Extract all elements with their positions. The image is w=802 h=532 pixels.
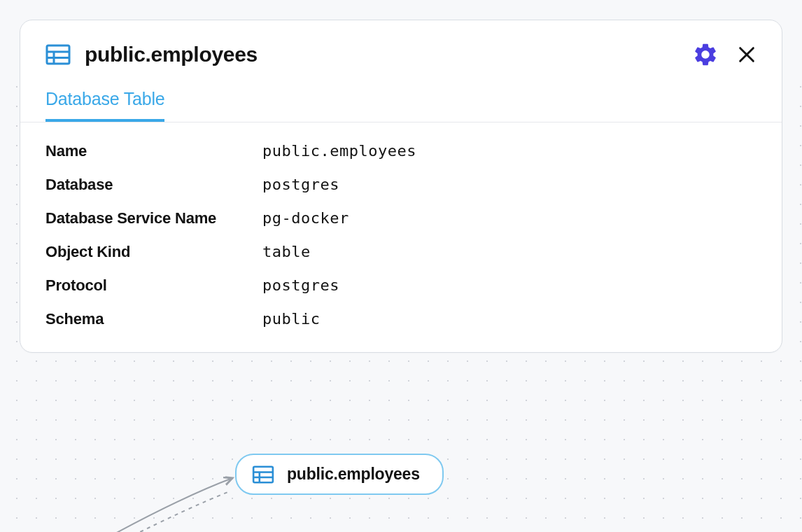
property-row: Object Kind table [45,243,757,261]
table-icon [45,44,71,65]
property-value: public.employees [262,142,416,160]
details-panel: public.employees Database Table Name pub… [20,20,782,353]
property-label: Database Service Name [45,209,262,227]
property-label: Name [45,142,262,160]
graph-node-table[interactable]: public.employees [235,454,444,495]
property-row: Protocol postgres [45,276,757,295]
connector-arrows [84,455,245,532]
property-label: Schema [45,310,262,328]
panel-title: public.employees [85,43,692,66]
svg-rect-0 [253,466,273,482]
property-row: Database postgres [45,176,757,194]
property-row: Name public.employees [45,142,757,160]
property-row: Database Service Name pg-docker [45,209,757,227]
property-label: Object Kind [45,243,262,261]
property-value: public [262,310,320,328]
settings-button[interactable] [692,41,719,68]
property-label: Protocol [45,276,262,295]
gear-icon [692,41,719,68]
tab-database-table[interactable]: Database Table [45,89,164,122]
table-icon [252,465,274,484]
graph-node-label: public.employees [287,465,420,484]
close-button[interactable] [737,45,757,64]
panel-header: public.employees [20,20,782,76]
panel-body: Name public.employees Database postgres … [20,122,782,352]
property-label: Database [45,176,262,194]
svg-rect-4 [47,46,69,64]
property-value: pg-docker [262,209,349,227]
property-value: table [262,243,311,260]
close-icon [737,45,757,64]
property-row: Schema public [45,310,757,328]
tabs: Database Table [20,89,782,122]
property-value: postgres [262,176,339,193]
property-value: postgres [262,276,339,294]
